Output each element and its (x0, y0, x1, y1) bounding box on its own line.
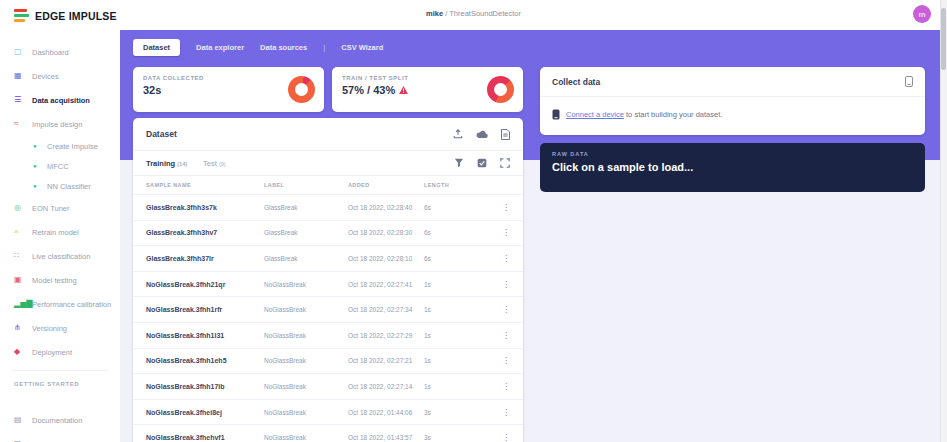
breadcrumb[interactable]: mike / ThreatSoundDetector (0, 9, 947, 18)
sidebar-item-deployment[interactable]: ◆Deployment (0, 340, 120, 364)
row-menu-icon[interactable]: ⋮ (468, 408, 510, 417)
row-menu-icon[interactable]: ⋮ (468, 280, 510, 289)
training-tab[interactable]: Training (14) (146, 159, 187, 168)
sidebar-item-devices[interactable]: ▦Devices (0, 64, 120, 88)
brand-logo[interactable]: EDGE IMPULSE (0, 0, 120, 22)
row-menu-icon[interactable]: ⋮ (468, 203, 510, 212)
sidebar-item-impulse-design[interactable]: ≈Impulse design (0, 112, 120, 136)
sidebar-item-versioning[interactable]: ⋔Versioning (0, 316, 120, 340)
sample-name-cell: NoGlassBreak.3fhh1rfr (146, 306, 264, 313)
sidebar-item-nn-classifier[interactable]: ●NN Classifier (0, 176, 120, 196)
table-row[interactable]: GlassBreak.3fhh3hv7GlassBreakOct 18 2022… (133, 220, 523, 246)
label-cell: NoGlassBreak (264, 332, 348, 339)
table-row[interactable]: GlassBreak.3fhh37lrGlassBreakOct 18 2022… (133, 245, 523, 271)
table-body: GlassBreak.3fhh3s7kGlassBreakOct 18 2022… (133, 194, 523, 442)
sidebar-item-create-impulse[interactable]: ●Create Impulse (0, 136, 120, 156)
table-row[interactable]: NoGlassBreak.3fhei8ejNoGlassBreakOct 18 … (133, 399, 523, 425)
select-icon[interactable] (477, 158, 487, 168)
table-row[interactable]: NoGlassBreak.3fhh17ibNoGlassBreakOct 18 … (133, 373, 523, 399)
getting-started-label: GETTING STARTED (0, 377, 120, 390)
model-testing-icon: ▣ (14, 276, 32, 284)
raw-data-card: RAW DATA Click on a sample to load... (540, 143, 925, 192)
sidebar-item-label: Documentation (32, 416, 82, 425)
sidebar-item-label: NN Classifier (47, 182, 91, 191)
breadcrumb-project[interactable]: ThreatSoundDetector (449, 9, 521, 18)
sidebar-item-mfcc[interactable]: ●MFCC (0, 156, 120, 176)
avatar[interactable]: m (913, 5, 931, 23)
sidebar-item-performance-calibration[interactable]: ▂▅▇Performance calibration (0, 292, 120, 316)
added-cell: Oct 18 2022, 01:43:57 (348, 434, 424, 441)
train-test-label: TRAIN / TEST SPLIT (342, 75, 513, 81)
collect-data-title: Collect data (552, 77, 600, 87)
table-row[interactable]: NoGlassBreak.3fhehvf1NoGlassBreakOct 18 … (133, 424, 523, 442)
data-collected-donut (288, 76, 315, 103)
expand-icon[interactable] (500, 158, 510, 168)
bullet-icon: ● (33, 143, 47, 149)
table-header: SAMPLE NAME LABEL ADDED LENGTH (133, 175, 523, 194)
table-row[interactable]: GlassBreak.3fhh3s7kGlassBreakOct 18 2022… (133, 194, 523, 220)
length-cell: 3s (424, 409, 468, 416)
col-added: ADDED (348, 182, 424, 188)
tab-dataset[interactable]: Dataset (133, 39, 180, 56)
sidebar-item-label: Data acquisition (32, 96, 90, 105)
added-cell: Oct 18 2022, 02:27:21 (348, 357, 424, 364)
table-row[interactable]: NoGlassBreak.3fhh1rfrNoGlassBreakOct 18 … (133, 296, 523, 322)
connect-device-link[interactable]: Connect a device (566, 110, 624, 119)
length-cell: 3s (424, 434, 468, 441)
collect-data-body: Connect a device to start building your … (540, 97, 925, 132)
row-menu-icon[interactable]: ⋮ (468, 356, 510, 365)
sidebar-item-dashboard[interactable]: ▢Dashboard (0, 40, 120, 64)
sample-name-cell: GlassBreak.3fhh37lr (146, 255, 264, 262)
scrollbar-thumb[interactable] (941, 8, 946, 70)
table-row[interactable]: NoGlassBreak.3fhh1l31NoGlassBreakOct 18 … (133, 322, 523, 348)
row-menu-icon[interactable]: ⋮ (468, 305, 510, 314)
tab-data-sources[interactable]: Data sources (260, 39, 307, 56)
length-cell: 6s (424, 255, 468, 262)
retrain-model-icon: × (14, 228, 32, 236)
eon-tuner-icon: ◎ (14, 204, 32, 212)
collect-body-text: to start building your dataset. (624, 110, 722, 119)
sidebar-nav: ▢Dashboard▦Devices☰Data acquisition≈Impu… (0, 40, 120, 364)
sample-name-cell: NoGlassBreak.3fhh21qr (146, 281, 264, 288)
sidebar-item-label: Deployment (32, 348, 72, 357)
sidebar-item-documentation[interactable]: ▤Documentation (0, 408, 120, 432)
collect-data-card: Collect data Connect a device to start b… (540, 67, 925, 135)
device-icon[interactable] (905, 76, 913, 87)
upload-icon[interactable] (453, 129, 463, 139)
table-row[interactable]: NoGlassBreak.3fhh1eh5NoGlassBreakOct 18 … (133, 348, 523, 374)
performance-calibration-icon: ▂▅▇ (14, 300, 32, 308)
added-cell: Oct 18 2022, 02:28:30 (348, 229, 424, 236)
sidebar-item-data-acquisition[interactable]: ☰Data acquisition (0, 88, 120, 112)
warning-icon (399, 86, 408, 94)
label-cell: NoGlassBreak (264, 357, 348, 364)
app-window: mike / ThreatSoundDetector m EDGE IMPULS… (0, 0, 947, 442)
sidebar-item-forums[interactable]: ✉Forums (0, 432, 120, 442)
sidebar-item-model-testing[interactable]: ▣Model testing (0, 268, 120, 292)
row-menu-icon[interactable]: ⋮ (468, 228, 510, 237)
row-menu-icon[interactable]: ⋮ (468, 254, 510, 263)
breadcrumb-user[interactable]: mike (426, 9, 443, 18)
table-row[interactable]: NoGlassBreak.3fhh21qrNoGlassBreakOct 18 … (133, 271, 523, 297)
sidebar-item-label: Live classification (32, 252, 90, 261)
row-menu-icon[interactable]: ⋮ (468, 382, 510, 391)
data-acquisition-icon: ☰ (14, 96, 32, 104)
sidebar-item-retrain-model[interactable]: ×Retrain model (0, 220, 120, 244)
tab-csv-wizard[interactable]: CSV Wizard (341, 39, 383, 56)
length-cell: 1s (424, 281, 468, 288)
tab-data-explorer[interactable]: Data explorer (196, 39, 244, 56)
col-length: LENGTH (424, 182, 468, 188)
sidebar: EDGE IMPULSE ▢Dashboard▦Devices☰Data acq… (0, 0, 120, 442)
sidebar-item-live-classification[interactable]: ∷Live classification (0, 244, 120, 268)
sidebar-item-label: Impulse design (32, 120, 82, 129)
filter-icon[interactable] (454, 158, 464, 168)
versioning-icon: ⋔ (14, 324, 32, 332)
row-menu-icon[interactable]: ⋮ (468, 331, 510, 340)
row-menu-icon[interactable]: ⋮ (468, 433, 510, 442)
file-icon[interactable] (501, 129, 510, 140)
test-tab[interactable]: Test (9) (203, 159, 226, 168)
sidebar-item-label: EON Tuner (32, 204, 70, 213)
getting-started-list: ▤Documentation✉Forums (0, 408, 120, 442)
cloud-icon[interactable] (476, 130, 488, 139)
sidebar-item-eon-tuner[interactable]: ◎EON Tuner (0, 196, 120, 220)
deployment-icon: ◆ (14, 348, 32, 356)
